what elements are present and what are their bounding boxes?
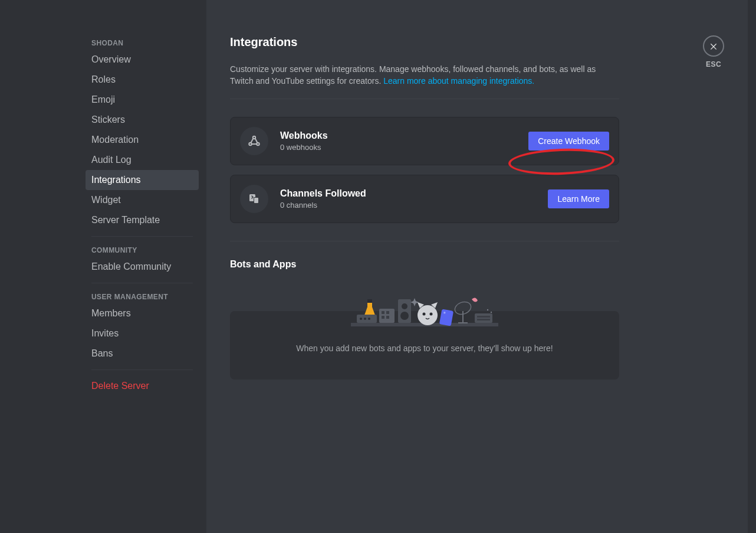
divider [230, 241, 619, 241]
svg-point-32 [491, 312, 492, 313]
sidebar: SHODAN Overview Roles Emoji Stickers Mod… [0, 0, 206, 533]
sidebar-item-invites[interactable]: Invites [86, 323, 199, 344]
svg-rect-24 [443, 312, 445, 313]
sidebar-item-enable-community[interactable]: Enable Community [86, 257, 199, 277]
learn-more-button[interactable]: Learn More [548, 189, 609, 208]
close-group: ESC [703, 35, 724, 68]
divider [91, 283, 193, 283]
webhooks-card: Webhooks 0 webhooks Create Webhook [230, 117, 619, 165]
sidebar-item-members[interactable]: Members [86, 303, 199, 323]
main-content: ESC Integrations Customize your server w… [206, 0, 748, 533]
svg-rect-30 [477, 319, 490, 321]
svg-point-20 [418, 305, 438, 325]
channels-followed-title: Channels Followed [280, 188, 536, 199]
svg-rect-7 [367, 299, 372, 303]
channels-followed-card: Channels Followed 0 channels Learn More [230, 175, 619, 223]
page-title: Integrations [230, 35, 619, 49]
sidebar-item-integrations[interactable]: Integrations [86, 170, 199, 190]
svg-rect-29 [477, 316, 490, 318]
svg-point-18 [402, 303, 407, 309]
svg-point-31 [487, 309, 488, 310]
close-button[interactable] [703, 35, 724, 57]
sidebar-item-bans[interactable]: Bans [86, 344, 199, 364]
svg-rect-14 [386, 311, 389, 314]
svg-rect-15 [382, 316, 384, 319]
sidebar-item-server-template[interactable]: Server Template [86, 210, 199, 230]
divider [91, 369, 193, 370]
sidebar-header-server: SHODAN [86, 35, 199, 50]
sidebar-header-community: COMMUNITY [86, 243, 199, 257]
svg-point-9 [360, 318, 362, 320]
right-gutter [748, 0, 756, 533]
svg-rect-28 [475, 313, 492, 323]
webhooks-count: 0 webhooks [280, 143, 517, 152]
divider [230, 99, 619, 99]
sidebar-item-emoji[interactable]: Emoji [86, 90, 199, 110]
sidebar-item-widget[interactable]: Widget [86, 190, 199, 210]
learn-more-link[interactable]: Learn more about managing integrations. [383, 76, 534, 86]
empty-state-text: When you add new bots and apps to your s… [296, 344, 553, 353]
sidebar-item-stickers[interactable]: Stickers [86, 110, 199, 130]
svg-point-11 [368, 318, 370, 320]
empty-illustration [351, 282, 498, 328]
svg-point-10 [364, 318, 366, 320]
sidebar-item-moderation[interactable]: Moderation [86, 130, 199, 150]
sidebar-item-overview[interactable]: Overview [86, 50, 199, 70]
svg-point-22 [430, 313, 433, 316]
svg-rect-13 [382, 311, 384, 314]
sidebar-item-roles[interactable]: Roles [86, 70, 199, 90]
svg-rect-5 [254, 198, 258, 203]
sidebar-item-delete-server[interactable]: Delete Server [86, 376, 199, 396]
channels-followed-count: 0 channels [280, 201, 536, 210]
create-webhook-button[interactable]: Create Webhook [528, 132, 609, 151]
close-icon [709, 41, 718, 51]
channels-followed-icon [240, 185, 268, 213]
divider [91, 236, 193, 237]
close-esc-label: ESC [703, 60, 724, 68]
svg-rect-16 [386, 316, 389, 319]
svg-point-19 [400, 312, 409, 320]
bots-apps-heading: Bots and Apps [230, 259, 619, 270]
page-description: Customize your server with integrations.… [230, 63, 619, 87]
webhook-icon [240, 127, 268, 155]
sidebar-item-audit-log[interactable]: Audit Log [86, 150, 199, 170]
sidebar-header-user-management: USER MANAGEMENT [86, 289, 199, 303]
svg-point-21 [423, 313, 426, 316]
webhooks-title: Webhooks [280, 130, 517, 141]
